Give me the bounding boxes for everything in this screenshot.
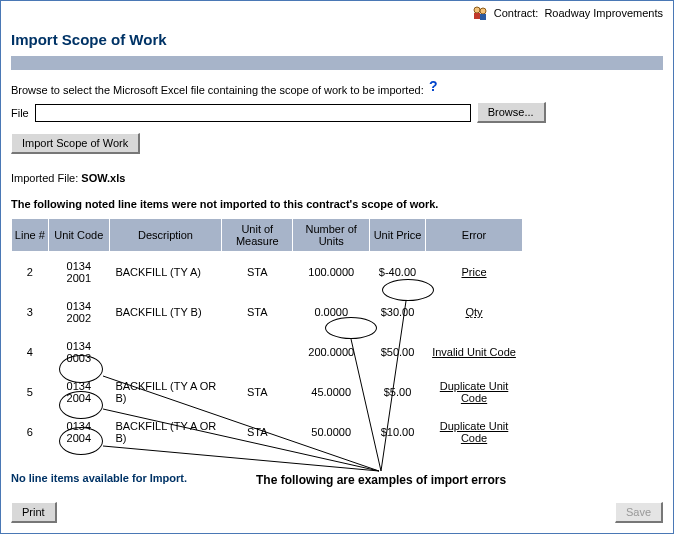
- cell-desc: BACKFILL (TY A OR B): [109, 412, 221, 452]
- cell-line: 3: [12, 292, 49, 332]
- cell-price: $10.00: [369, 412, 425, 452]
- cell-error: Price: [426, 252, 523, 293]
- cell-error: Qty: [426, 292, 523, 332]
- cell-desc: BACKFILL (TY A): [109, 252, 221, 293]
- imported-file-prefix: Imported File:: [11, 172, 78, 184]
- page-title: Import Scope of Work: [11, 31, 663, 48]
- file-row: File Browse...: [11, 102, 663, 123]
- cell-line: 5: [12, 372, 49, 412]
- svg-rect-3: [480, 14, 486, 20]
- col-unitcode: Unit Code: [48, 219, 109, 252]
- instruction-text-content: Browse to select the Microsoft Excel fil…: [11, 84, 424, 96]
- cell-uom: STA: [222, 252, 293, 293]
- cell-error: Duplicate Unit Code: [426, 412, 523, 452]
- cell-desc: BACKFILL (TY A OR B): [109, 372, 221, 412]
- error-table: Line # Unit Code Description Unit of Mea…: [11, 218, 523, 452]
- table-row: 201342001BACKFILL (TY A)STA100.0000$-40.…: [12, 252, 523, 293]
- error-link[interactable]: Duplicate Unit Code: [440, 420, 508, 444]
- cell-num: 50.0000: [293, 412, 369, 452]
- cell-uom: STA: [222, 412, 293, 452]
- col-uom: Unit of Measure: [222, 219, 293, 252]
- not-imported-heading: The following noted line items were not …: [11, 198, 663, 210]
- cell-unitcode: 01342002: [48, 292, 109, 332]
- imported-file-name: SOW.xls: [81, 172, 125, 184]
- help-icon[interactable]: ?: [429, 78, 438, 94]
- table-row: 401340003200.0000$50.00Invalid Unit Code: [12, 332, 523, 372]
- cell-price: $5.00: [369, 372, 425, 412]
- import-scope-button[interactable]: Import Scope of Work: [11, 133, 140, 154]
- cell-uom: STA: [222, 372, 293, 412]
- imported-file-line: Imported File: SOW.xls: [11, 172, 663, 184]
- cell-price: $50.00: [369, 332, 425, 372]
- cell-price: $30.00: [369, 292, 425, 332]
- contract-icon: [472, 5, 488, 21]
- print-button[interactable]: Print: [11, 502, 57, 523]
- no-items-message: No line items available for Import.: [11, 472, 663, 484]
- file-input[interactable]: [35, 104, 471, 122]
- col-line: Line #: [12, 219, 49, 252]
- cell-uom: STA: [222, 292, 293, 332]
- cell-num: 45.0000: [293, 372, 369, 412]
- error-link[interactable]: Duplicate Unit Code: [440, 380, 508, 404]
- cell-num: 0.0000: [293, 292, 369, 332]
- table-row: 301342002BACKFILL (TY B)STA0.0000$30.00Q…: [12, 292, 523, 332]
- contract-label: Contract:: [494, 7, 539, 19]
- error-link[interactable]: Price: [461, 266, 486, 278]
- divider-bar: [11, 56, 663, 70]
- svg-point-0: [474, 7, 480, 13]
- cell-line: 6: [12, 412, 49, 452]
- cell-desc: [109, 332, 221, 372]
- bottom-button-row: Print Save: [11, 502, 663, 523]
- file-label: File: [11, 107, 29, 119]
- cell-desc: BACKFILL (TY B): [109, 292, 221, 332]
- cell-num: 200.0000: [293, 332, 369, 372]
- contract-info: Contract: Roadway Improvements: [472, 5, 663, 21]
- cell-unitcode: 01340003: [48, 332, 109, 372]
- cell-error: Duplicate Unit Code: [426, 372, 523, 412]
- app-frame: Contract: Roadway Improvements Import Sc…: [0, 0, 674, 534]
- cell-num: 100.0000: [293, 252, 369, 293]
- col-price: Unit Price: [369, 219, 425, 252]
- save-button: Save: [615, 502, 663, 523]
- svg-rect-1: [474, 13, 480, 19]
- col-desc: Description: [109, 219, 221, 252]
- cell-line: 2: [12, 252, 49, 293]
- instruction-text: Browse to select the Microsoft Excel fil…: [11, 84, 663, 96]
- cell-unitcode: 01342001: [48, 252, 109, 293]
- col-error: Error: [426, 219, 523, 252]
- cell-price: $-40.00: [369, 252, 425, 293]
- table-row: 501342004BACKFILL (TY A OR B)STA45.0000$…: [12, 372, 523, 412]
- cell-unitcode: 01342004: [48, 412, 109, 452]
- svg-point-2: [480, 8, 486, 14]
- contract-name: Roadway Improvements: [544, 7, 663, 19]
- cell-error: Invalid Unit Code: [426, 332, 523, 372]
- col-num: Number of Units: [293, 219, 369, 252]
- cell-uom: [222, 332, 293, 372]
- browse-button[interactable]: Browse...: [477, 102, 546, 123]
- cell-unitcode: 01342004: [48, 372, 109, 412]
- cell-line: 4: [12, 332, 49, 372]
- error-link[interactable]: Invalid Unit Code: [432, 346, 516, 358]
- error-link[interactable]: Qty: [465, 306, 482, 318]
- table-row: 601342004BACKFILL (TY A OR B)STA50.0000$…: [12, 412, 523, 452]
